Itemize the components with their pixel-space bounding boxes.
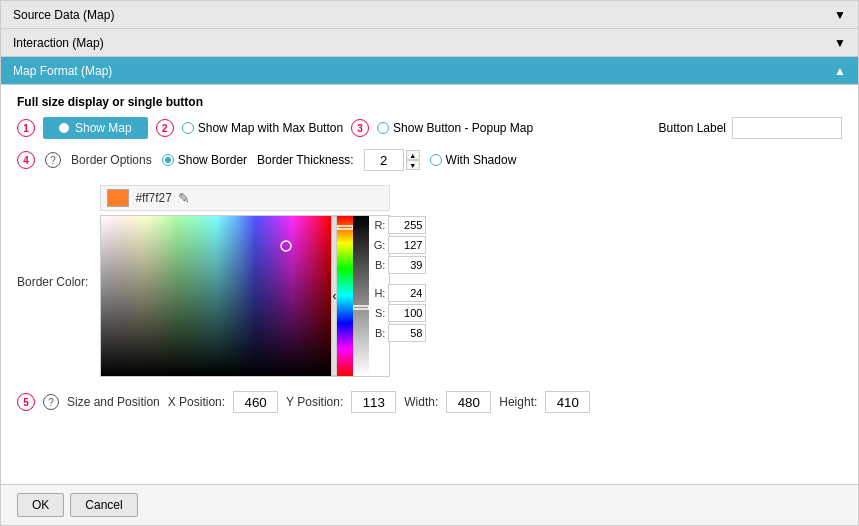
number-1: 1	[17, 119, 35, 137]
footer: OK Cancel	[1, 484, 858, 525]
x-position-label: X Position:	[168, 395, 225, 409]
spinner-container: ▲ ▼	[406, 150, 420, 170]
help-icon-size[interactable]: ?	[43, 394, 59, 410]
gradient-canvas[interactable]	[101, 216, 331, 376]
y-position-input[interactable]: 113	[351, 391, 396, 413]
spacer	[373, 276, 426, 282]
button-label-text: Button Label	[659, 121, 726, 135]
help-icon-border[interactable]: ?	[45, 152, 61, 168]
b2-input[interactable]: 58	[388, 324, 426, 342]
number-5: 5	[17, 393, 35, 411]
brightness-bar-wrapper	[353, 216, 369, 376]
hex-value: #ff7f27	[135, 191, 171, 205]
svg-rect-4	[337, 216, 353, 376]
border-options-label: Border Options	[71, 153, 152, 167]
r-row: R: 255	[373, 216, 426, 234]
display-options-row: 1 Show Map 2 Show Map with Max Button 3 …	[17, 117, 842, 139]
show-button-popup-option[interactable]: Show Button - Popup Map	[377, 121, 533, 135]
show-map-max-option[interactable]: Show Map with Max Button	[182, 121, 343, 135]
show-border-label: Show Border	[178, 153, 247, 167]
content-area: Full size display or single button 1 Sho…	[1, 85, 858, 484]
full-size-title: Full size display or single button	[17, 95, 842, 109]
spinner-down[interactable]: ▼	[406, 160, 420, 170]
h-row: H: 24	[373, 284, 426, 302]
border-thickness-input[interactable]: 2	[364, 149, 404, 171]
hue-alpha-bars	[337, 216, 353, 376]
button-label-section: Button Label	[659, 117, 842, 139]
show-border-option[interactable]: Show Border	[162, 153, 247, 167]
show-map-button[interactable]: Show Map	[43, 117, 148, 139]
h-label: H:	[373, 287, 385, 299]
size-position-label: Size and Position	[67, 395, 160, 409]
color-hex-row: #ff7f27 ✎	[100, 185, 390, 211]
b-label: B:	[373, 259, 385, 271]
main-container: Source Data (Map) ▼ Interaction (Map) ▼ …	[0, 0, 859, 526]
border-thickness-label: Border Thickness:	[257, 153, 354, 167]
s-label: S:	[373, 307, 385, 319]
rgb-values: R: 255 G: 127 B: 39 H:	[369, 216, 426, 376]
b2-row: B: 58	[373, 324, 426, 342]
color-picker-container: #ff7f27 ✎	[100, 185, 390, 377]
number-2: 2	[156, 119, 174, 137]
hue-bar[interactable]	[337, 216, 353, 376]
b-row: B: 39	[373, 256, 426, 274]
svg-rect-6	[353, 216, 369, 376]
accordion-interaction[interactable]: Interaction (Map) ▼	[1, 29, 858, 57]
number-4: 4	[17, 151, 35, 169]
width-input[interactable]: 480	[446, 391, 491, 413]
border-color-label: Border Color:	[17, 185, 88, 289]
show-map-max-label: Show Map with Max Button	[198, 121, 343, 135]
color-swatch[interactable]	[107, 189, 129, 207]
border-options-row: 4 ? Border Options Show Border Border Th…	[17, 149, 842, 171]
width-label: Width:	[404, 395, 438, 409]
s-input[interactable]: 100	[388, 304, 426, 322]
svg-rect-2	[101, 216, 331, 376]
accordion-map-format-label: Map Format (Map)	[13, 64, 112, 78]
b2-label: B:	[373, 327, 385, 339]
radio-circle-3	[377, 122, 389, 134]
y-position-label: Y Position:	[286, 395, 343, 409]
accordion-source-data[interactable]: Source Data (Map) ▼	[1, 1, 858, 29]
with-shadow-label: With Shadow	[446, 153, 517, 167]
height-label: Height:	[499, 395, 537, 409]
x-position-input[interactable]: 460	[233, 391, 278, 413]
radio-dot	[59, 123, 69, 133]
r-input[interactable]: 255	[388, 216, 426, 234]
radio-circle-show-border	[162, 154, 174, 166]
size-position-row: 5 ? Size and Position X Position: 460 Y …	[17, 391, 842, 413]
with-shadow-option[interactable]: With Shadow	[430, 153, 517, 167]
r-label: R:	[373, 219, 385, 231]
height-input[interactable]: 410	[545, 391, 590, 413]
border-color-section: Border Color: #ff7f27 ✎	[17, 185, 842, 377]
alpha-bar[interactable]	[353, 216, 369, 376]
chevron-down-icon: ▼	[834, 8, 846, 22]
show-map-label: Show Map	[75, 121, 132, 135]
button-label-input[interactable]	[732, 117, 842, 139]
radio-circle-shadow	[430, 154, 442, 166]
chevron-down-icon: ▼	[834, 36, 846, 50]
g-input[interactable]: 127	[388, 236, 426, 254]
s-row: S: 100	[373, 304, 426, 322]
cancel-button[interactable]: Cancel	[70, 493, 137, 517]
show-button-popup-label: Show Button - Popup Map	[393, 121, 533, 135]
b-input[interactable]: 39	[388, 256, 426, 274]
ok-button[interactable]: OK	[17, 493, 64, 517]
thickness-wrapper: 2 ▲ ▼	[364, 149, 420, 171]
accordion-interaction-label: Interaction (Map)	[13, 36, 104, 50]
number-3: 3	[351, 119, 369, 137]
h-input[interactable]: 24	[388, 284, 426, 302]
radio-circle-2	[182, 122, 194, 134]
accordion-map-format[interactable]: Map Format (Map) ▲	[1, 57, 858, 85]
chevron-up-icon: ▲	[834, 64, 846, 78]
pencil-icon[interactable]: ✎	[178, 190, 190, 206]
spinner-up[interactable]: ▲	[406, 150, 420, 160]
g-row: G: 127	[373, 236, 426, 254]
g-label: G:	[373, 239, 385, 251]
accordion-source-data-label: Source Data (Map)	[13, 8, 114, 22]
color-picker-full: ‹	[100, 215, 390, 377]
